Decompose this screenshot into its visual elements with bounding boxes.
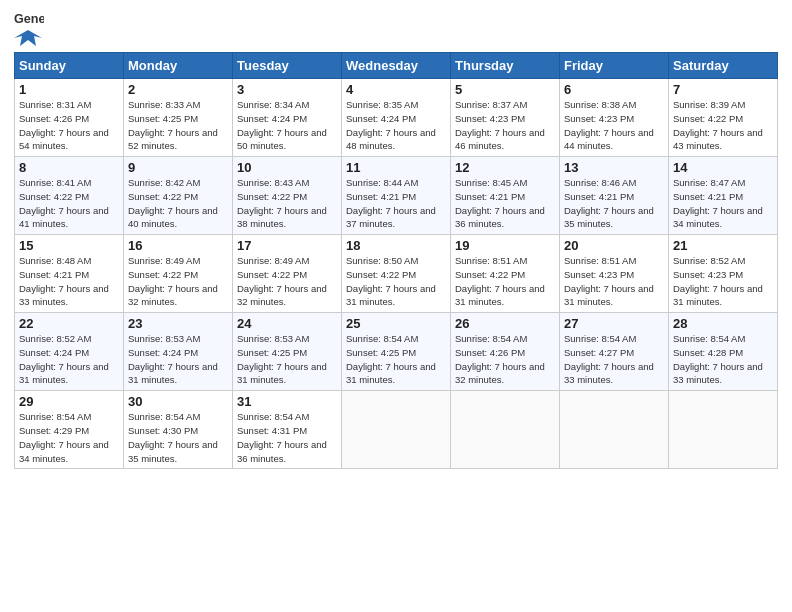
calendar-cell: 31Sunrise: 8:54 AMSunset: 4:31 PMDayligh…	[233, 391, 342, 469]
cell-content: Sunrise: 8:31 AMSunset: 4:26 PMDaylight:…	[19, 98, 119, 153]
calendar-cell: 29Sunrise: 8:54 AMSunset: 4:29 PMDayligh…	[15, 391, 124, 469]
day-number: 17	[237, 238, 337, 253]
day-number: 10	[237, 160, 337, 175]
header-cell-friday: Friday	[560, 53, 669, 79]
calendar-cell: 12Sunrise: 8:45 AMSunset: 4:21 PMDayligh…	[451, 157, 560, 235]
calendar-cell	[560, 391, 669, 469]
calendar-cell: 10Sunrise: 8:43 AMSunset: 4:22 PMDayligh…	[233, 157, 342, 235]
calendar-cell: 28Sunrise: 8:54 AMSunset: 4:28 PMDayligh…	[669, 313, 778, 391]
calendar-cell: 17Sunrise: 8:49 AMSunset: 4:22 PMDayligh…	[233, 235, 342, 313]
cell-content: Sunrise: 8:52 AMSunset: 4:24 PMDaylight:…	[19, 332, 119, 387]
day-number: 24	[237, 316, 337, 331]
cell-content: Sunrise: 8:42 AMSunset: 4:22 PMDaylight:…	[128, 176, 228, 231]
cell-content: Sunrise: 8:54 AMSunset: 4:31 PMDaylight:…	[237, 410, 337, 465]
day-number: 18	[346, 238, 446, 253]
day-number: 9	[128, 160, 228, 175]
calendar-cell: 19Sunrise: 8:51 AMSunset: 4:22 PMDayligh…	[451, 235, 560, 313]
calendar-cell: 2Sunrise: 8:33 AMSunset: 4:25 PMDaylight…	[124, 79, 233, 157]
day-number: 11	[346, 160, 446, 175]
day-number: 13	[564, 160, 664, 175]
day-number: 22	[19, 316, 119, 331]
day-number: 14	[673, 160, 773, 175]
cell-content: Sunrise: 8:41 AMSunset: 4:22 PMDaylight:…	[19, 176, 119, 231]
week-row-5: 29Sunrise: 8:54 AMSunset: 4:29 PMDayligh…	[15, 391, 778, 469]
calendar-cell: 20Sunrise: 8:51 AMSunset: 4:23 PMDayligh…	[560, 235, 669, 313]
cell-content: Sunrise: 8:54 AMSunset: 4:28 PMDaylight:…	[673, 332, 773, 387]
calendar-cell: 25Sunrise: 8:54 AMSunset: 4:25 PMDayligh…	[342, 313, 451, 391]
cell-content: Sunrise: 8:34 AMSunset: 4:24 PMDaylight:…	[237, 98, 337, 153]
cell-content: Sunrise: 8:37 AMSunset: 4:23 PMDaylight:…	[455, 98, 555, 153]
week-row-1: 1Sunrise: 8:31 AMSunset: 4:26 PMDaylight…	[15, 79, 778, 157]
calendar-cell: 9Sunrise: 8:42 AMSunset: 4:22 PMDaylight…	[124, 157, 233, 235]
calendar-cell: 15Sunrise: 8:48 AMSunset: 4:21 PMDayligh…	[15, 235, 124, 313]
cell-content: Sunrise: 8:43 AMSunset: 4:22 PMDaylight:…	[237, 176, 337, 231]
header: General	[14, 10, 778, 48]
cell-content: Sunrise: 8:39 AMSunset: 4:22 PMDaylight:…	[673, 98, 773, 153]
day-number: 6	[564, 82, 664, 97]
day-number: 2	[128, 82, 228, 97]
calendar-cell	[451, 391, 560, 469]
cell-content: Sunrise: 8:35 AMSunset: 4:24 PMDaylight:…	[346, 98, 446, 153]
cell-content: Sunrise: 8:53 AMSunset: 4:24 PMDaylight:…	[128, 332, 228, 387]
calendar-cell: 3Sunrise: 8:34 AMSunset: 4:24 PMDaylight…	[233, 79, 342, 157]
day-number: 5	[455, 82, 555, 97]
day-number: 1	[19, 82, 119, 97]
cell-content: Sunrise: 8:45 AMSunset: 4:21 PMDaylight:…	[455, 176, 555, 231]
header-row: SundayMondayTuesdayWednesdayThursdayFrid…	[15, 53, 778, 79]
svg-marker-1	[14, 30, 42, 46]
calendar-cell: 16Sunrise: 8:49 AMSunset: 4:22 PMDayligh…	[124, 235, 233, 313]
cell-content: Sunrise: 8:51 AMSunset: 4:23 PMDaylight:…	[564, 254, 664, 309]
page-container: General SundayMondayTuesdayWednesdayThur…	[0, 0, 792, 479]
calendar-cell: 13Sunrise: 8:46 AMSunset: 4:21 PMDayligh…	[560, 157, 669, 235]
calendar-cell: 26Sunrise: 8:54 AMSunset: 4:26 PMDayligh…	[451, 313, 560, 391]
day-number: 31	[237, 394, 337, 409]
day-number: 3	[237, 82, 337, 97]
day-number: 8	[19, 160, 119, 175]
cell-content: Sunrise: 8:54 AMSunset: 4:25 PMDaylight:…	[346, 332, 446, 387]
cell-content: Sunrise: 8:50 AMSunset: 4:22 PMDaylight:…	[346, 254, 446, 309]
cell-content: Sunrise: 8:54 AMSunset: 4:26 PMDaylight:…	[455, 332, 555, 387]
calendar-cell: 8Sunrise: 8:41 AMSunset: 4:22 PMDaylight…	[15, 157, 124, 235]
cell-content: Sunrise: 8:49 AMSunset: 4:22 PMDaylight:…	[237, 254, 337, 309]
calendar-cell: 21Sunrise: 8:52 AMSunset: 4:23 PMDayligh…	[669, 235, 778, 313]
logo-icon: General	[14, 10, 44, 28]
cell-content: Sunrise: 8:49 AMSunset: 4:22 PMDaylight:…	[128, 254, 228, 309]
day-number: 7	[673, 82, 773, 97]
calendar-table: SundayMondayTuesdayWednesdayThursdayFrid…	[14, 52, 778, 469]
header-cell-sunday: Sunday	[15, 53, 124, 79]
cell-content: Sunrise: 8:46 AMSunset: 4:21 PMDaylight:…	[564, 176, 664, 231]
calendar-cell: 7Sunrise: 8:39 AMSunset: 4:22 PMDaylight…	[669, 79, 778, 157]
logo-bird-icon	[14, 28, 42, 48]
cell-content: Sunrise: 8:38 AMSunset: 4:23 PMDaylight:…	[564, 98, 664, 153]
day-number: 25	[346, 316, 446, 331]
cell-content: Sunrise: 8:33 AMSunset: 4:25 PMDaylight:…	[128, 98, 228, 153]
day-number: 15	[19, 238, 119, 253]
day-number: 16	[128, 238, 228, 253]
calendar-cell: 11Sunrise: 8:44 AMSunset: 4:21 PMDayligh…	[342, 157, 451, 235]
week-row-3: 15Sunrise: 8:48 AMSunset: 4:21 PMDayligh…	[15, 235, 778, 313]
day-number: 26	[455, 316, 555, 331]
day-number: 19	[455, 238, 555, 253]
day-number: 21	[673, 238, 773, 253]
header-cell-wednesday: Wednesday	[342, 53, 451, 79]
calendar-cell: 24Sunrise: 8:53 AMSunset: 4:25 PMDayligh…	[233, 313, 342, 391]
calendar-cell: 18Sunrise: 8:50 AMSunset: 4:22 PMDayligh…	[342, 235, 451, 313]
calendar-cell: 14Sunrise: 8:47 AMSunset: 4:21 PMDayligh…	[669, 157, 778, 235]
header-cell-saturday: Saturday	[669, 53, 778, 79]
day-number: 30	[128, 394, 228, 409]
svg-text:General: General	[14, 12, 44, 26]
logo: General	[14, 10, 44, 48]
calendar-cell: 27Sunrise: 8:54 AMSunset: 4:27 PMDayligh…	[560, 313, 669, 391]
header-cell-thursday: Thursday	[451, 53, 560, 79]
cell-content: Sunrise: 8:47 AMSunset: 4:21 PMDaylight:…	[673, 176, 773, 231]
calendar-cell: 22Sunrise: 8:52 AMSunset: 4:24 PMDayligh…	[15, 313, 124, 391]
calendar-cell	[342, 391, 451, 469]
day-number: 4	[346, 82, 446, 97]
day-number: 28	[673, 316, 773, 331]
calendar-cell: 30Sunrise: 8:54 AMSunset: 4:30 PMDayligh…	[124, 391, 233, 469]
calendar-cell	[669, 391, 778, 469]
calendar-cell: 5Sunrise: 8:37 AMSunset: 4:23 PMDaylight…	[451, 79, 560, 157]
cell-content: Sunrise: 8:52 AMSunset: 4:23 PMDaylight:…	[673, 254, 773, 309]
week-row-2: 8Sunrise: 8:41 AMSunset: 4:22 PMDaylight…	[15, 157, 778, 235]
cell-content: Sunrise: 8:54 AMSunset: 4:27 PMDaylight:…	[564, 332, 664, 387]
